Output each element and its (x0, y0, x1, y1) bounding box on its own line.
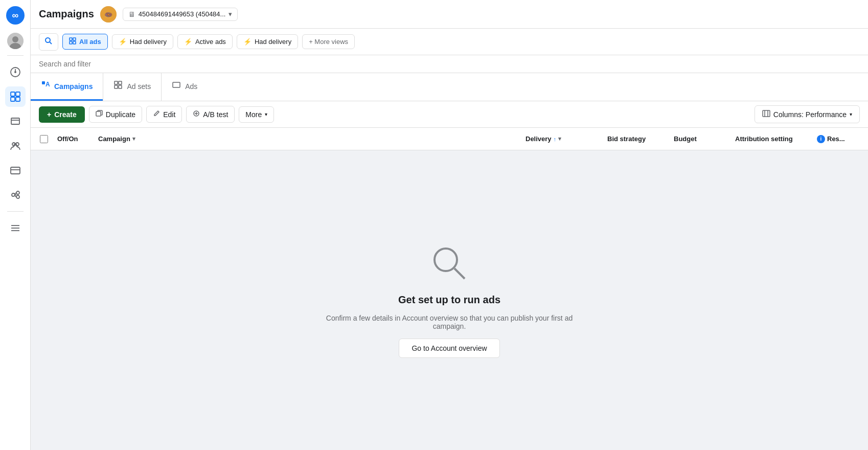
empty-state-title: Get set up to run ads (398, 294, 500, 306)
svg-rect-14 (11, 167, 20, 174)
topbar-account-avatar[interactable]: 🍩 (100, 6, 117, 22)
duplicate-label: Duplicate (106, 110, 135, 119)
svg-rect-36 (96, 111, 101, 116)
svg-rect-9 (11, 97, 15, 101)
go-to-account-overview-label: Go to Account overview (412, 344, 487, 352)
columns-label: Columns: Performance (773, 110, 847, 119)
create-label: Create (54, 110, 77, 119)
toolbar: + Create Duplicate Edit (31, 101, 868, 128)
adsets-tab-icon (113, 80, 123, 92)
svg-point-41 (435, 249, 457, 271)
svg-point-23 (45, 38, 50, 42)
svg-rect-27 (70, 41, 72, 44)
svg-rect-32 (119, 81, 122, 84)
tab-adsets[interactable]: Ad sets (103, 73, 161, 101)
create-button[interactable]: + Create (39, 106, 85, 123)
col-budget-label: Budget (674, 135, 697, 143)
tab-adsets-label: Ad sets (127, 82, 151, 91)
tab-ads[interactable]: Ads (162, 73, 208, 101)
table-header: Off/On Campaign ▾ Delivery ↑ ▾ Bid strat… (31, 128, 868, 150)
account-id-text: 450484691449653 (450484... (139, 10, 226, 18)
ab-test-label: A/B test (203, 110, 228, 119)
col-delivery-label: Delivery (526, 135, 552, 143)
search-icon (44, 37, 53, 47)
col-delivery-dropdown-icon[interactable]: ▾ (558, 136, 561, 142)
svg-rect-40 (763, 110, 770, 117)
filter-active-ads[interactable]: ⚡ Active ads (177, 34, 233, 49)
svg-line-24 (50, 42, 52, 44)
col-offon-label: Off/On (57, 135, 78, 143)
campaigns-tab-icon: A (41, 80, 50, 92)
sidebar-item-dashboard[interactable] (5, 62, 26, 82)
active-ads-icon: ⚡ (184, 38, 192, 46)
go-to-account-overview-button[interactable]: Go to Account overview (399, 339, 499, 358)
sidebar-item-ads[interactable] (5, 111, 26, 131)
col-campaign[interactable]: Campaign ▾ (94, 135, 521, 143)
account-selector-dropdown-icon: ▾ (229, 10, 232, 18)
filter-had-delivery-1[interactable]: ⚡ Had delivery (112, 34, 173, 49)
more-button[interactable]: More ▾ (239, 106, 274, 123)
sidebar-item-billing[interactable] (5, 160, 26, 181)
col-results-label: Res... (827, 135, 845, 143)
sidebar-item-more[interactable] (5, 218, 26, 238)
meta-logo[interactable]: ∞ (6, 6, 25, 25)
sidebar-item-audiences[interactable] (5, 136, 26, 156)
svg-text:∞: ∞ (12, 10, 18, 20)
svg-rect-35 (173, 82, 180, 87)
col-delivery-sort-icon[interactable]: ↑ (554, 136, 557, 142)
svg-rect-28 (73, 41, 76, 44)
columns-dropdown-icon: ▾ (850, 111, 852, 117)
svg-rect-11 (11, 118, 19, 124)
had-delivery-2-icon: ⚡ (243, 38, 252, 46)
sidebar-item-partners[interactable] (5, 185, 26, 205)
svg-point-15 (12, 193, 15, 196)
ab-test-button[interactable]: A/B test (186, 106, 235, 123)
page-title: Campaigns (39, 8, 94, 20)
svg-rect-29 (42, 81, 45, 84)
col-campaign-label: Campaign (98, 135, 130, 143)
empty-state-subtitle: Confirm a few details in Account overvie… (322, 314, 577, 330)
search-bar (31, 55, 868, 73)
filterbar: All ads ⚡ Had delivery ⚡ Active ads ⚡ Ha… (31, 29, 868, 55)
tab-ads-label: Ads (185, 82, 197, 91)
sidebar-divider-1 (7, 55, 24, 56)
edit-button[interactable]: Edit (146, 106, 182, 123)
svg-text:A: A (45, 81, 50, 88)
select-all-checkbox[interactable] (40, 135, 48, 143)
col-campaign-sort-icon[interactable]: ▾ (132, 136, 135, 142)
svg-rect-31 (115, 81, 118, 84)
duplicate-button[interactable]: Duplicate (89, 106, 142, 123)
col-bid-strategy-label: Bid strategy (607, 135, 646, 143)
select-all-checkbox-cell[interactable] (35, 135, 53, 143)
columns-icon (762, 109, 770, 119)
svg-rect-25 (70, 38, 72, 40)
col-attribution: Attribution setting (731, 135, 813, 143)
empty-state: Get set up to run ads Confirm a few deta… (31, 150, 868, 450)
svg-rect-34 (119, 85, 122, 88)
search-input[interactable] (39, 60, 860, 68)
col-offon: Off/On (53, 135, 94, 143)
all-ads-label: All ads (79, 38, 101, 46)
monitor-icon: 🖥 (128, 10, 135, 18)
col-bid-strategy: Bid strategy (603, 135, 670, 143)
col-budget: Budget (670, 135, 731, 143)
svg-point-6 (14, 71, 16, 73)
svg-line-42 (454, 268, 465, 279)
filter-had-delivery-2[interactable]: ⚡ Had delivery (237, 34, 298, 49)
col-delivery[interactable]: Delivery ↑ ▾ (521, 135, 603, 143)
col-attribution-label: Attribution setting (735, 135, 793, 143)
results-info-icon[interactable]: i (817, 135, 825, 143)
more-views-button[interactable]: + More views (302, 34, 355, 49)
svg-text:🍩: 🍩 (104, 11, 113, 19)
svg-rect-8 (16, 92, 20, 96)
topbar: Campaigns 🍩 🖥 450484691449653 (450484...… (31, 0, 868, 29)
account-selector[interactable]: 🖥 450484691449653 (450484... ▾ (123, 8, 238, 21)
filter-all-ads[interactable]: All ads (62, 34, 108, 50)
svg-rect-10 (16, 97, 20, 101)
tab-campaigns[interactable]: A Campaigns (31, 73, 103, 101)
sidebar-item-campaigns[interactable] (5, 86, 26, 107)
columns-button[interactable]: Columns: Performance ▾ (755, 105, 860, 123)
entity-tabs: A Campaigns Ad sets (31, 73, 868, 101)
sidebar-account-avatar[interactable] (7, 33, 24, 49)
search-button[interactable] (39, 33, 58, 51)
